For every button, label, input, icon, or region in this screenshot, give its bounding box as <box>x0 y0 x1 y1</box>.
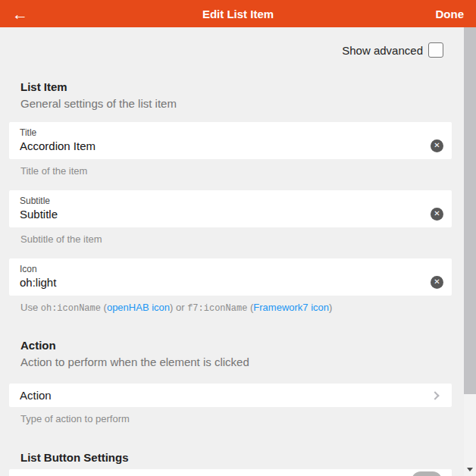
list-button-card <box>9 469 452 476</box>
clear-x-icon: ✕ <box>434 278 440 286</box>
subtitle-field-hint: Subtitle of the item <box>20 233 456 245</box>
navbar: ← Edit List Item Done <box>0 0 476 27</box>
openhab-icon-link[interactable]: openHAB icon <box>107 302 170 313</box>
section-title-list-item: List Item <box>20 81 456 93</box>
action-row[interactable]: Action <box>9 384 452 407</box>
subtitle-field-card: Subtitle ✕ <box>9 190 452 227</box>
clear-icon-button[interactable]: ✕ <box>431 276 443 289</box>
framework7-icon-link[interactable]: Framework7 icon <box>253 302 329 313</box>
subtitle-field-label: Subtitle <box>20 195 441 207</box>
scroll-down-arrow-icon <box>467 468 473 471</box>
section-title-list-button-settings: List Button Settings <box>20 452 456 464</box>
action-row-label: Action <box>20 389 52 402</box>
subtitle-input[interactable] <box>20 207 406 222</box>
show-advanced-label[interactable]: Show advanced <box>342 44 423 57</box>
icon-field-label: Icon <box>20 263 441 275</box>
title-input[interactable] <box>20 139 406 154</box>
icon-field-card: Icon ✕ <box>9 258 452 296</box>
clear-subtitle-button[interactable]: ✕ <box>431 208 443 221</box>
done-button[interactable]: Done <box>436 8 465 20</box>
edit-list-item-page: Show advanced List Item General settings… <box>0 27 476 476</box>
chevron-right-icon <box>431 391 439 399</box>
icon-input[interactable] <box>20 275 406 290</box>
title-field-hint: Title of the item <box>20 165 456 177</box>
scrollbar-thumb[interactable] <box>464 27 476 394</box>
icon-hint-text: ( <box>101 302 107 313</box>
title-field-card: Title ✕ <box>9 122 452 159</box>
back-arrow-icon[interactable]: ← <box>12 6 42 22</box>
section-title-action: Action <box>20 340 456 352</box>
action-hint: Type of action to perform <box>20 413 456 424</box>
icon-hint-mono-oh: oh:iconName <box>41 303 101 314</box>
clear-x-icon: ✕ <box>434 142 440 149</box>
icon-hint-text: ) or <box>170 302 187 313</box>
clear-x-icon: ✕ <box>434 210 440 218</box>
page-title: Edit List Item <box>0 8 476 20</box>
show-advanced-checkbox[interactable] <box>428 42 443 58</box>
title-field-label: Title <box>20 127 441 139</box>
scrollbar-down-button[interactable] <box>464 463 476 476</box>
icon-hint-text: ) <box>329 302 332 313</box>
icon-hint-mono-f7: f7:iconName <box>187 303 247 314</box>
show-advanced-row: Show advanced <box>0 42 443 58</box>
list-button-toggle[interactable] <box>412 471 442 476</box>
icon-hint-text: Use <box>20 302 41 313</box>
vertical-scrollbar <box>464 27 476 476</box>
section-desc-list-item: General settings of the list item <box>20 98 456 110</box>
clear-title-button[interactable]: ✕ <box>431 139 443 152</box>
section-desc-action: Action to perform when the element is cl… <box>20 356 456 368</box>
icon-field-hint: Use oh:iconName (openHAB icon) or f7:ico… <box>20 302 456 315</box>
